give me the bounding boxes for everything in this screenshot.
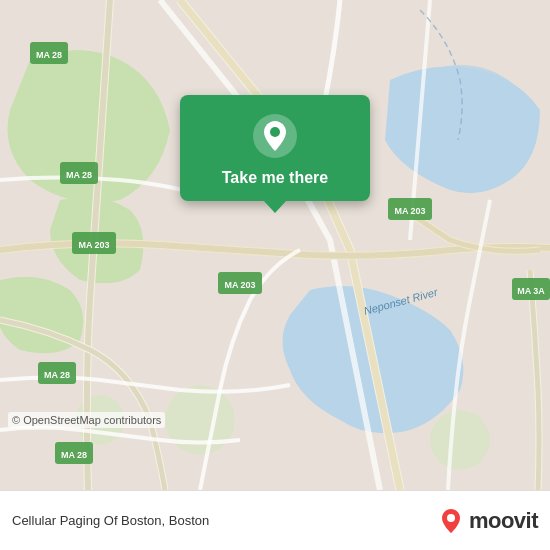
svg-text:MA 203: MA 203 <box>224 280 255 290</box>
svg-text:MA 203: MA 203 <box>394 206 425 216</box>
svg-text:MA 28: MA 28 <box>66 170 92 180</box>
bottom-bar: Cellular Paging Of Boston, Boston moovit <box>0 490 550 550</box>
moovit-brand-text: moovit <box>469 508 538 534</box>
svg-text:MA 28: MA 28 <box>44 370 70 380</box>
map-attribution: © OpenStreetMap contributors <box>8 412 165 428</box>
svg-point-24 <box>447 514 455 522</box>
svg-point-23 <box>270 127 280 137</box>
popup-label: Take me there <box>222 169 328 187</box>
map-container: MA 28 MA 28 MA 28 MA 28 MA 203 MA 203 MA… <box>0 0 550 490</box>
svg-text:MA 3A: MA 3A <box>517 286 545 296</box>
svg-point-4 <box>430 410 490 470</box>
moovit-pin-icon <box>437 507 465 535</box>
svg-text:MA 28: MA 28 <box>36 50 62 60</box>
popup-card[interactable]: Take me there <box>180 95 370 201</box>
place-label: Cellular Paging Of Boston, Boston <box>12 513 209 528</box>
moovit-logo: moovit <box>437 507 538 535</box>
svg-text:MA 28: MA 28 <box>61 450 87 460</box>
location-pin-icon <box>252 113 298 159</box>
svg-text:MA 203: MA 203 <box>78 240 109 250</box>
